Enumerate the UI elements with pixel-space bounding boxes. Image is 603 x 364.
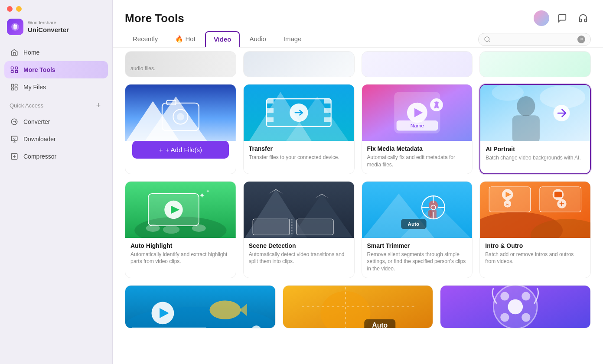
app-name: Wondershare UniConverter [28, 20, 69, 33]
trimmer-card-body: Smart Trimmer Remove silent segments thr… [362, 238, 473, 278]
outro-illustration: ✂ [480, 182, 590, 238]
highlight-illustration: ✦ ✦ [125, 182, 236, 238]
partial-card-3[interactable] [362, 51, 473, 77]
logo-icon [10, 22, 20, 32]
sidebar-item-my-files[interactable]: My Files [4, 78, 108, 96]
quick-access-label: Quick Access [10, 102, 43, 109]
partial-card-2[interactable] [243, 51, 355, 77]
portrait-title: AI Portrait [486, 146, 585, 153]
svg-point-113 [501, 292, 509, 300]
tab-audio[interactable]: Audio [241, 32, 274, 47]
tool-card-auto-highlight[interactable]: ✦ ✦ Auto Highlight Automatically id [125, 181, 236, 278]
traffic-lights [0, 0, 112, 16]
svg-point-116 [522, 313, 531, 322]
user-avatar-button[interactable] [534, 10, 549, 26]
tool-card-bottom-1[interactable]: Enter a description word [125, 285, 276, 328]
svg-rect-8 [11, 88, 13, 90]
svg-rect-88 [554, 192, 562, 197]
transfer-desc: Transfer files to your connected device. [249, 154, 349, 161]
bottom2-illustration: Auto [283, 286, 433, 328]
grid-area: audio files. [113, 48, 603, 364]
tool-grid-row-1: + + Add File(s) [125, 84, 591, 174]
svg-rect-7 [11, 84, 13, 87]
partial-card-4[interactable] [479, 51, 591, 77]
main-header: More Tools [113, 0, 603, 31]
search-input[interactable] [493, 36, 575, 43]
svg-rect-3 [11, 67, 13, 69]
svg-rect-71 [428, 210, 431, 217]
svg-point-15 [485, 37, 489, 42]
bottom1-illustration: Enter a description word [125, 286, 275, 328]
scene-illustration [244, 182, 354, 238]
search-clear-button[interactable]: ✕ [577, 36, 585, 43]
tab-image[interactable]: Image [276, 32, 310, 47]
tool-card-transfer[interactable]: Transfer Transfer files to your connecte… [243, 84, 355, 174]
tool-card-scene-detection[interactable]: Scene Detection Automatically detect vid… [243, 181, 355, 278]
tool-card-bottom-3[interactable] [440, 285, 591, 328]
svg-rect-28 [267, 108, 274, 113]
sidebar-item-more-tools[interactable]: More Tools [4, 61, 108, 78]
headphone-button[interactable] [575, 10, 591, 26]
avatar-icon [535, 12, 548, 24]
tool-grid-row-3-partial: Enter a description word [125, 285, 591, 328]
minimize-button[interactable] [16, 6, 22, 12]
header-icons [534, 10, 591, 26]
home-icon [10, 48, 19, 57]
tool-card-bottom-2[interactable]: Auto [283, 285, 434, 328]
svg-text:✦: ✦ [206, 188, 210, 193]
svg-point-56 [163, 225, 179, 234]
add-files-label: + Add File(s) [165, 146, 202, 153]
tab-recently[interactable]: Recently [125, 32, 166, 47]
tab-video[interactable]: Video [205, 31, 240, 47]
tool-card-ai-portrait[interactable]: AI Portrait Batch change video backgroun… [479, 84, 591, 174]
partial-card-1[interactable]: audio files. [125, 51, 236, 77]
tool-card-add-files[interactable]: + + Add File(s) [125, 84, 236, 174]
transfer-illustration [244, 84, 354, 141]
svg-text:✦: ✦ [199, 192, 205, 200]
metadata-illustration: Name [362, 84, 473, 141]
sidebar-item-converter[interactable]: Converter [4, 113, 108, 130]
svg-point-55 [146, 224, 160, 232]
svg-point-114 [522, 292, 531, 300]
sidebar-item-my-files-label: My Files [23, 84, 46, 91]
svg-rect-31 [324, 108, 331, 113]
product-name: UniConverter [28, 26, 69, 34]
tool-card-metadata[interactable]: Name Fix Media Metadata Automatically fi… [362, 84, 473, 174]
sidebar-item-downloader-label: Downloader [23, 136, 56, 143]
svg-rect-41 [434, 104, 438, 106]
svg-text:Auto: Auto [372, 322, 388, 328]
add-files-button[interactable]: + + Add File(s) [132, 141, 229, 159]
svg-rect-10 [15, 87, 17, 90]
main-content: More Tools [113, 0, 603, 364]
files-icon [10, 82, 19, 92]
scene-thumb [244, 182, 354, 238]
svg-point-57 [192, 224, 206, 232]
tool-card-smart-trimmer[interactable]: Auto Smart Trimmer Remove silent segment… [362, 181, 473, 278]
add-files-icon: + [159, 146, 163, 153]
svg-rect-27 [267, 99, 274, 104]
sidebar-item-converter-label: Converter [23, 118, 50, 125]
svg-rect-4 [15, 67, 17, 69]
company-name: Wondershare [28, 20, 69, 26]
svg-rect-30 [324, 99, 331, 104]
message-icon [557, 13, 567, 23]
quick-access-nav: Converter Downloader Compressor [0, 111, 112, 167]
partial-card-1-text: audio files. [130, 65, 155, 72]
metadata-desc: Automatically fix and edit metadata for … [367, 154, 467, 169]
sidebar-item-home[interactable]: Home [4, 44, 108, 61]
sidebar-item-downloader[interactable]: Downloader [4, 130, 108, 148]
highlight-desc: Automatically identify and extract highl… [130, 251, 231, 266]
tool-card-intro-outro[interactable]: ✂ Intro & Outro Batch add or remove intr… [479, 181, 591, 278]
portrait-card-body: AI Portrait Batch change video backgroun… [480, 141, 590, 167]
close-button[interactable] [7, 6, 13, 12]
outro-desc: Batch add or remove intros and outros fr… [485, 251, 585, 266]
svg-point-14 [535, 12, 548, 24]
headphone-icon [578, 13, 588, 23]
message-button[interactable] [554, 10, 570, 26]
portrait-thumb [480, 85, 590, 141]
sidebar-item-compressor[interactable]: Compressor [4, 148, 108, 165]
quick-access-add-button[interactable]: + [94, 101, 103, 110]
bottom3-illustration [440, 286, 590, 328]
quick-access-header: Quick Access + [0, 98, 112, 111]
tab-hot[interactable]: 🔥 Hot [167, 32, 203, 47]
